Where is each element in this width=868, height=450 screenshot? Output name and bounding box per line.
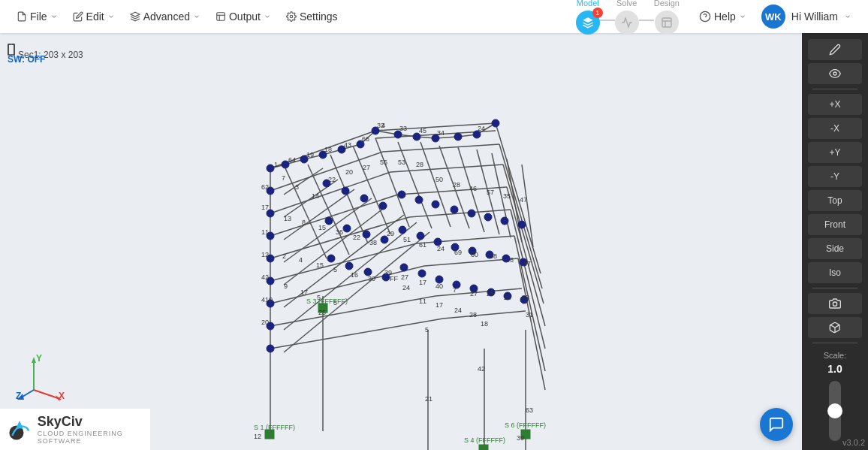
svg-text:S 1 (FFFFFF): S 1 (FFFFFF)	[254, 424, 295, 431]
svg-text:27: 27	[470, 290, 478, 297]
svg-text:24: 24	[437, 245, 445, 252]
svg-text:17: 17	[261, 204, 269, 211]
workflow-model[interactable]: Model 1	[576, 0, 600, 35]
svg-text:12: 12	[261, 251, 269, 258]
svg-text:62: 62	[261, 183, 269, 191]
svg-text:53: 53	[398, 159, 405, 166]
svg-text:20: 20	[345, 168, 353, 176]
pencil-button[interactable]	[808, 39, 862, 60]
panel-separator-2	[812, 288, 857, 288]
screenshot-button[interactable]	[808, 293, 862, 314]
cube-button[interactable]	[808, 317, 862, 338]
settings-menu[interactable]: Settings	[279, 8, 345, 26]
svg-rect-0	[217, 13, 225, 21]
svg-line-39	[284, 168, 323, 195]
svg-point-111	[363, 231, 370, 238]
version-tag: v3.0.2	[842, 438, 865, 447]
avatar: WK	[761, 5, 785, 29]
svg-text:24: 24	[478, 125, 485, 132]
workflow-solve[interactable]: Solve	[615, 0, 639, 35]
svg-text:17: 17	[300, 288, 308, 296]
svg-text:7: 7	[282, 174, 285, 182]
svg-text:5: 5	[333, 266, 337, 273]
svg-text:21: 21	[425, 395, 432, 403]
canvas-area: Sec1: 203 x 203 SW: OFF .beam { stroke: …	[0, 33, 802, 450]
edit-menu[interactable]: Edit	[65, 8, 122, 26]
eye-button[interactable]	[808, 63, 862, 84]
svg-text:X: X	[59, 391, 65, 401]
svg-text:27: 27	[401, 273, 408, 281]
svg-text:37: 37	[523, 260, 531, 267]
svg-text:50: 50	[436, 176, 443, 183]
svg-text:5: 5	[425, 326, 429, 334]
svg-text:20: 20	[261, 319, 269, 326]
svg-line-25	[270, 319, 443, 349]
svg-point-100	[379, 202, 387, 210]
minus-x-button[interactable]: -X	[808, 118, 862, 139]
svg-text:34: 34	[437, 129, 445, 137]
svg-text:2: 2	[282, 252, 286, 260]
user-menu[interactable]: WK Hi William	[754, 2, 859, 32]
top-view-button[interactable]: Top	[808, 190, 862, 211]
scale-handle[interactable]	[827, 403, 842, 418]
svg-text:15: 15	[316, 261, 324, 269]
svg-point-121	[327, 255, 335, 262]
svg-point-96	[492, 119, 499, 127]
svg-point-84	[267, 345, 274, 352]
front-view-button[interactable]: Front	[808, 214, 862, 235]
svg-text:38: 38	[490, 252, 497, 260]
svg-text:S 6 (FFFFFF): S 6 (FFFFFF)	[505, 421, 546, 429]
svg-text:18: 18	[481, 320, 488, 328]
svg-text:19: 19	[306, 151, 314, 159]
svg-point-122	[345, 262, 353, 270]
plus-y-button[interactable]: +Y	[808, 142, 862, 163]
workflow-design[interactable]: Design	[654, 0, 680, 35]
workflow-bar: Model 1 Solve Design	[576, 0, 680, 35]
svg-text:47: 47	[520, 196, 527, 204]
svg-point-110	[343, 225, 351, 232]
chat-button[interactable]	[760, 408, 793, 441]
svg-text:64: 64	[288, 156, 296, 164]
svg-text:S 4 (FFFFFF): S 4 (FFFFFF)	[464, 436, 505, 444]
svg-text:61: 61	[419, 241, 426, 249]
svg-text:12: 12	[254, 433, 261, 440]
svg-text:45: 45	[419, 127, 426, 134]
structural-model: .beam { stroke: #555; stroke-width: 1.5;…	[0, 33, 802, 450]
svg-text:51: 51	[403, 236, 411, 243]
advanced-menu[interactable]: Advanced	[122, 8, 208, 26]
svg-text:63: 63	[526, 406, 533, 414]
svg-point-99	[360, 195, 368, 202]
scale-slider[interactable]	[829, 381, 841, 441]
svg-text:31: 31	[526, 311, 533, 319]
svg-text:60: 60	[471, 251, 478, 258]
svg-text:4: 4	[299, 256, 303, 264]
svg-text:38: 38	[369, 239, 377, 246]
svg-point-114	[417, 232, 424, 240]
help-menu[interactable]: Help	[692, 8, 754, 26]
output-menu[interactable]: Output	[208, 8, 279, 26]
svg-text:42: 42	[478, 365, 485, 373]
svg-text:25: 25	[318, 309, 326, 316]
svg-text:27: 27	[363, 164, 370, 171]
svg-line-21	[270, 217, 409, 258]
panel-separator-1	[812, 89, 857, 89]
side-view-button[interactable]: Side	[808, 238, 862, 259]
svg-text:28: 28	[453, 181, 460, 189]
svg-point-240	[833, 302, 836, 306]
svg-text:25: 25	[487, 290, 494, 297]
logo-text: SkyCiv CLOUD ENGINEERING SOFTWARE	[38, 414, 143, 445]
svg-text:8: 8	[302, 219, 306, 226]
svg-line-53	[417, 236, 514, 243]
svg-point-101	[398, 191, 405, 198]
iso-view-button[interactable]: Iso	[808, 262, 862, 283]
svg-text:14: 14	[312, 192, 319, 200]
svg-text:30: 30	[368, 275, 375, 282]
plus-x-button[interactable]: +X	[808, 94, 862, 115]
file-menu[interactable]: File	[9, 8, 65, 26]
minus-y-button[interactable]: -Y	[808, 166, 862, 187]
svg-point-239	[833, 72, 836, 75]
svg-text:35: 35	[503, 192, 511, 200]
svg-line-24	[270, 296, 436, 326]
model-circle: 1	[576, 11, 600, 35]
svg-point-76	[267, 165, 274, 172]
